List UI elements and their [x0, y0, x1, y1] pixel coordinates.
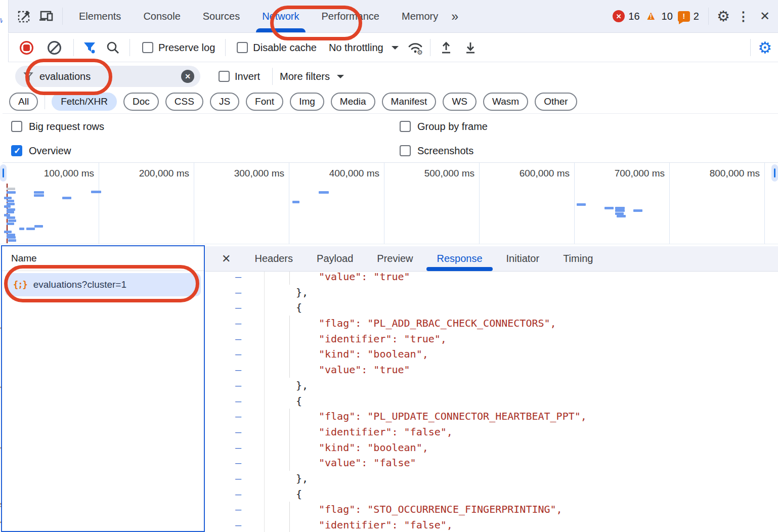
- detail-tab-headers[interactable]: Headers: [254, 246, 293, 271]
- panel-tabs: ElementsConsoleSourcesNetworkPerformance…: [68, 0, 449, 32]
- chip-css[interactable]: CSS: [165, 93, 203, 111]
- request-timing-bar: [7, 211, 14, 213]
- invert-checkbox[interactable]: [219, 71, 230, 82]
- timeline-tick-label: 200,000 ms: [139, 168, 189, 179]
- detail-tab-timing[interactable]: Timing: [563, 246, 593, 271]
- warning-badge[interactable]: 10: [645, 10, 673, 22]
- filter-text-input[interactable]: evaluations ✕: [15, 66, 200, 87]
- chip-all[interactable]: All: [9, 93, 38, 111]
- close-detail-icon[interactable]: ✕: [222, 252, 231, 265]
- svg-text:⚙: ⚙: [417, 49, 423, 55]
- request-timing-bar: [4, 197, 12, 199]
- more-panels-icon[interactable]: »: [451, 9, 457, 24]
- chip-doc[interactable]: Doc: [123, 93, 159, 111]
- network-overview-timeline[interactable]: 100,000 ms200,000 ms300,000 ms400,000 ms…: [0, 163, 778, 244]
- line-marker-dash: –: [232, 440, 245, 456]
- inspect-cursor-icon: [17, 9, 32, 24]
- error-badge[interactable]: ✕ 16: [613, 10, 639, 22]
- issues-badge[interactable]: ! 2: [678, 11, 699, 22]
- timeline-tick-label: 500,000 ms: [424, 168, 474, 179]
- clear-filter-icon[interactable]: ✕: [181, 70, 194, 83]
- chip-font[interactable]: Font: [246, 93, 283, 111]
- throttling-select[interactable]: No throttling: [329, 42, 383, 54]
- request-row[interactable]: {;}evaluations?cluster=1: [5, 273, 201, 296]
- chip-fetchxhr[interactable]: Fetch/XHR: [52, 93, 117, 111]
- detail-tab-preview[interactable]: Preview: [377, 246, 413, 271]
- request-timing-bar: [4, 205, 11, 208]
- timeline-gridline: [574, 163, 575, 244]
- code-line: –"flag": "STO_OCCURRENCE_FINGERPRINTING"…: [205, 502, 778, 517]
- response-body-viewer[interactable]: –"value": "true"–},–{–"flag": "PL_ADD_RB…: [205, 272, 778, 532]
- tab-memory[interactable]: Memory: [391, 0, 449, 32]
- request-timing-bar: [7, 191, 16, 194]
- inspect-element-button[interactable]: [15, 7, 34, 26]
- upload-icon: [439, 40, 453, 55]
- requests-name-column-header[interactable]: Name: [2, 246, 204, 271]
- chip-ws[interactable]: WS: [443, 93, 477, 111]
- line-marker-dash: –: [232, 424, 245, 440]
- network-conditions-button[interactable]: ⚙: [406, 38, 425, 57]
- code-line: –},: [205, 378, 778, 393]
- big-request-rows-checkbox[interactable]: [11, 121, 22, 132]
- clear-network-log-button[interactable]: [48, 41, 61, 55]
- filter-toggle-button[interactable]: [80, 38, 99, 57]
- preserve-log-checkbox[interactable]: [142, 42, 153, 53]
- chip-manifest[interactable]: Manifest: [382, 93, 437, 111]
- detail-tab-response[interactable]: Response: [437, 246, 482, 271]
- record-network-log-button[interactable]: [20, 41, 33, 55]
- line-marker-dash: –: [232, 393, 245, 409]
- chip-other[interactable]: Other: [535, 93, 577, 111]
- overview-checkbox[interactable]: [11, 145, 22, 156]
- line-marker-dash: –: [232, 300, 245, 316]
- big-request-rows-label: Big request rows: [29, 121, 104, 132]
- tab-network[interactable]: Network: [251, 0, 310, 32]
- chip-wasm[interactable]: Wasm: [483, 93, 528, 111]
- group-by-frame-checkbox[interactable]: [400, 121, 411, 132]
- request-name: evaluations?cluster=1: [33, 279, 126, 290]
- code-line: –{: [205, 300, 778, 316]
- disable-cache-checkbox[interactable]: [237, 42, 248, 53]
- indent-guide: [289, 440, 290, 456]
- kebab-menu-icon[interactable]: ⋮: [733, 9, 754, 24]
- line-marker-dash: –: [232, 409, 245, 424]
- import-har-button[interactable]: [437, 38, 456, 57]
- warning-count: 10: [662, 11, 673, 22]
- timeline-tick-label: 100,000 ms: [44, 168, 94, 179]
- screenshots-checkbox[interactable]: [400, 145, 411, 156]
- code-line: –"kind": "boolean",: [205, 346, 778, 362]
- tab-sources[interactable]: Sources: [192, 0, 251, 32]
- tab-performance[interactable]: Performance: [311, 0, 391, 32]
- chip-media[interactable]: Media: [331, 93, 375, 111]
- overview-left-drag-handle[interactable]: [0, 164, 7, 182]
- request-timing-bar: [4, 231, 12, 233]
- more-filters-button[interactable]: More filters: [280, 71, 330, 82]
- search-button[interactable]: [103, 38, 122, 57]
- json-file-icon: {;}: [13, 280, 27, 290]
- chip-img[interactable]: Img: [290, 93, 324, 111]
- network-settings-gear-icon[interactable]: ⚙: [758, 40, 772, 56]
- chevron-down-icon: [337, 75, 344, 78]
- request-timing-bar: [319, 191, 329, 194]
- export-har-button[interactable]: [461, 38, 480, 57]
- settings-gear-icon[interactable]: ⚙: [717, 9, 730, 24]
- device-toolbar-button[interactable]: [37, 7, 56, 26]
- tab-elements[interactable]: Elements: [68, 0, 132, 32]
- toolbar-divider: [129, 39, 130, 56]
- line-marker-dash: –: [232, 272, 245, 285]
- line-marker-dash: –: [232, 378, 245, 393]
- group-by-frame-label: Group by frame: [417, 121, 488, 132]
- close-devtools-icon[interactable]: ✕: [757, 9, 773, 23]
- detail-tab-initiator[interactable]: Initiator: [506, 246, 540, 271]
- json-pair-text: "value": "true": [319, 362, 410, 378]
- timeline-gridline: [289, 163, 289, 244]
- request-timing-bar: [8, 219, 16, 222]
- tab-console[interactable]: Console: [132, 0, 191, 32]
- detail-tab-payload[interactable]: Payload: [317, 246, 353, 271]
- indent-guide: [289, 272, 290, 285]
- detail-tab-bar: ✕ HeadersPayloadPreviewResponseInitiator…: [205, 246, 778, 272]
- screenshots-label: Screenshots: [417, 145, 473, 157]
- json-punctuation-text: },: [296, 378, 308, 393]
- request-timing-bar: [615, 209, 625, 212]
- overview-right-drag-handle[interactable]: [771, 164, 778, 182]
- chip-js[interactable]: JS: [210, 93, 239, 111]
